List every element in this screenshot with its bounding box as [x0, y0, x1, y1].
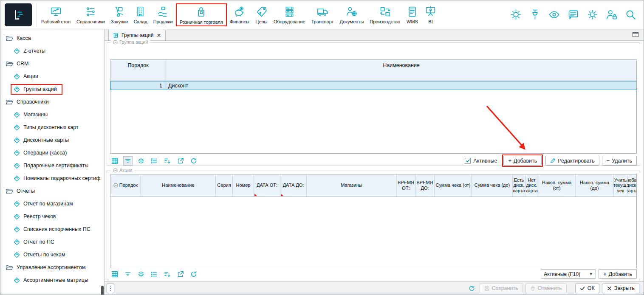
refresh-icon[interactable] — [466, 284, 477, 293]
tab-close-icon[interactable]: ✕ — [157, 33, 161, 38]
toolbar-icons — [110, 270, 198, 279]
brightness-icon[interactable] — [510, 8, 522, 21]
list-view-icon[interactable] — [150, 270, 159, 279]
column-header[interactable]: Учить текущ. чек — [614, 174, 627, 196]
tree-label: Реестр чеков — [23, 214, 56, 219]
tree-item-discount-cards[interactable]: Дисконтные карты — [0, 134, 104, 146]
tab-action-groups[interactable]: Группы акций ✕ — [108, 30, 166, 40]
module-production[interactable]: Производство — [367, 6, 403, 24]
column-header[interactable]: Есть диск. карта — [513, 174, 525, 196]
user-lock-icon[interactable] — [605, 8, 618, 21]
tree-item-discount-card-types[interactable]: Типы дисконтных карт — [0, 121, 104, 134]
save-button[interactable]: Сохранить — [480, 284, 523, 293]
tree-item-receipt-registry[interactable]: Реестр чеков — [0, 210, 104, 223]
tree-item-stores[interactable]: Магазины — [0, 108, 104, 121]
module-purchases[interactable]: Закупки — [108, 6, 131, 24]
ok-button[interactable]: ОК — [575, 284, 599, 293]
active-checkbox[interactable]: Активные — [465, 158, 497, 164]
module-directories[interactable]: Справочники — [73, 6, 108, 24]
refresh-icon[interactable] — [189, 270, 198, 279]
add-group-button[interactable]: + Добавить — [503, 156, 542, 166]
maximize-icon[interactable] — [633, 32, 638, 37]
close-button[interactable]: Закрыть — [602, 284, 639, 293]
export-icon[interactable] — [176, 270, 185, 279]
module-finance[interactable]: Финансы — [227, 6, 252, 24]
tree-item-gift-certificate-nominals[interactable]: Номиналы подарочных сертиф — [0, 172, 104, 185]
module-warehouse[interactable]: Склад — [131, 6, 150, 24]
feedback-icon[interactable] — [567, 8, 579, 21]
export-icon[interactable] — [176, 156, 185, 166]
edit-group-button[interactable]: Редактировать — [545, 156, 599, 166]
column-header[interactable]: Порядок — [110, 174, 141, 196]
list-view-icon[interactable] — [150, 156, 159, 166]
table-settings-gear-icon[interactable] — [136, 156, 146, 166]
tree-folder-directories[interactable]: Справочники — [0, 96, 104, 108]
tree-item-actions[interactable]: Акции — [0, 70, 104, 83]
more-options-icon[interactable]: ⋮ — [107, 284, 114, 293]
pin-icon[interactable] — [529, 8, 541, 21]
tree-item-ps-report[interactable]: Отчет по ПС — [0, 236, 104, 248]
folder-icon — [6, 99, 13, 105]
module-wms[interactable]: WMS — [403, 6, 421, 24]
tree-item-store-report[interactable]: Отчет по магазинам — [0, 197, 104, 210]
collapse-icon[interactable] — [113, 40, 118, 45]
table-settings-gear-icon[interactable] — [136, 270, 146, 279]
column-header-order[interactable]: Порядок — [110, 60, 166, 81]
settings-gear-icon[interactable] — [586, 8, 599, 21]
sidebar-scrollbar-thumb[interactable] — [101, 286, 104, 295]
column-header[interactable]: Сумма чека (до) — [472, 174, 513, 196]
module-sales[interactable]: Продажи — [150, 6, 176, 24]
column-header[interactable]: Накоп. сумма (до) — [576, 174, 614, 196]
grid-view-icon[interactable] — [110, 156, 119, 166]
module-transport[interactable]: Транспорт — [308, 6, 337, 24]
module-bi[interactable]: BI — [421, 6, 440, 24]
delete-group-button[interactable]: − Удалить — [602, 156, 637, 166]
column-header[interactable]: ДАТА ДО: — [280, 174, 307, 196]
table-row[interactable]: 1 Дисконт — [110, 81, 636, 90]
module-equipment[interactable]: Оборудование — [271, 6, 308, 24]
search-icon[interactable] — [624, 8, 637, 21]
refresh-icon[interactable] — [189, 156, 198, 166]
filter-icon[interactable] — [123, 270, 133, 279]
tree-item-action-groups[interactable]: Группы акций — [0, 83, 104, 96]
grid-view-icon[interactable] — [110, 270, 119, 279]
column-header[interactable]: Любая диск. карта — [627, 174, 636, 196]
dropdown-value: Активные (F10) — [544, 271, 589, 277]
active-filter-dropdown[interactable]: Активные (F10) ▼ — [541, 269, 596, 279]
column-header[interactable]: ВРЕМЯ ДО: — [415, 174, 435, 196]
column-header[interactable]: Номер — [233, 174, 254, 196]
module-retail[interactable]: Розничная торговля — [176, 3, 227, 26]
tree-item-gift-certificates[interactable]: Подарочные сертификаты — [0, 159, 104, 172]
sort-icon[interactable] — [163, 156, 172, 166]
column-header[interactable]: Сумма чека (от) — [435, 174, 472, 196]
cancel-button[interactable]: Отменить — [525, 284, 567, 293]
tree-folder-crm[interactable]: CRM — [0, 57, 104, 70]
tree-folder-kassa[interactable]: Касса — [0, 32, 104, 45]
tree-folder-assortment[interactable]: Управление ассортиментом — [0, 261, 104, 274]
column-header[interactable]: Наименование — [141, 174, 216, 196]
column-header[interactable]: ДАТА ОТ: — [254, 174, 280, 196]
tree-item-assortment-matrices[interactable]: Ассортиментные матрицы — [0, 274, 104, 287]
collapse-icon[interactable] — [113, 168, 118, 173]
column-header[interactable]: Нет диск. карта — [525, 174, 538, 196]
column-header[interactable]: Серия — [216, 174, 233, 196]
tree-item-cash-operations[interactable]: Операции (касса) — [0, 146, 104, 159]
filter-icon[interactable] — [123, 156, 133, 166]
shopping-bag-icon — [195, 6, 207, 18]
add-action-button[interactable]: + Добавить — [599, 269, 637, 279]
tree-folder-reports[interactable]: Отчеты — [0, 185, 104, 197]
tree-item-z-reports[interactable]: Z-отчеты — [0, 45, 104, 57]
module-prices[interactable]: Цены — [252, 6, 271, 24]
column-header[interactable]: ВРЕМЯ ОТ: — [397, 174, 415, 196]
sort-icon[interactable] — [163, 270, 172, 279]
column-header[interactable]: Магазины — [307, 174, 397, 196]
tree-item-receipt-reports[interactable]: Отчеты по чекам — [0, 248, 104, 261]
tree-item-spoiled-writeoffs[interactable]: Списания испорченных ПС — [0, 223, 104, 236]
eye-icon[interactable] — [548, 8, 560, 21]
column-header-name[interactable]: Наименование — [166, 60, 636, 81]
navigation-tree: Касса Z-отчеты CRM Акции Группы акций Сп… — [0, 29, 105, 295]
tree-label: Акции — [23, 73, 38, 79]
module-documents[interactable]: Документы — [337, 6, 367, 24]
column-header[interactable]: Накоп. сумма (от) — [538, 174, 576, 196]
module-desktop[interactable]: Рабочий стол — [38, 6, 73, 24]
